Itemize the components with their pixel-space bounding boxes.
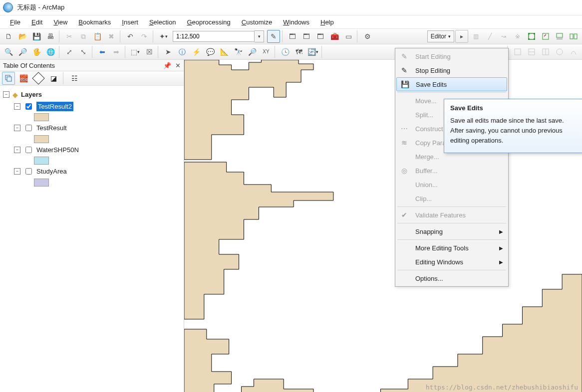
measure-button[interactable]: 📐 <box>218 45 231 58</box>
zoom-out-button[interactable]: 🔎 <box>16 45 29 58</box>
symbology-swatch[interactable] <box>34 179 49 187</box>
symbology-swatch[interactable] <box>34 135 49 143</box>
refresh-button[interactable]: 🔄▾ <box>306 45 319 58</box>
map-scale-input[interactable] <box>173 31 255 42</box>
html-popup-button[interactable]: 💬 <box>204 45 217 58</box>
menu-bookmarks[interactable]: Bookmarks <box>74 17 115 27</box>
copy-button[interactable]: ⧉ <box>77 30 90 43</box>
toc-layer-testresult[interactable]: − TestResult <box>3 122 181 134</box>
clear-selection-button[interactable]: ☒ <box>143 45 156 58</box>
point-tool[interactable]: ※ <box>511 30 524 43</box>
collapse-button[interactable]: − <box>3 91 9 98</box>
collapse-button[interactable]: − <box>14 147 20 153</box>
redo-button[interactable]: ↷ <box>138 30 151 43</box>
toolbar-window1[interactable]: 🗔 <box>286 30 299 43</box>
map-scale-combo[interactable]: ▾ <box>173 31 264 42</box>
editor-menu-save-edits[interactable]: 💾 Save Edits <box>396 77 507 91</box>
layer-visibility-checkbox[interactable] <box>25 103 32 110</box>
close-icon[interactable]: ✕ <box>175 62 181 69</box>
collapse-button[interactable]: − <box>14 125 20 131</box>
sketch2-button[interactable] <box>525 45 538 58</box>
split-tool[interactable] <box>567 30 580 43</box>
editor-menu-clip[interactable]: Clip... <box>396 192 507 205</box>
menu-windows[interactable]: Windows <box>279 17 313 27</box>
model-builder-button[interactable]: ⚙ <box>361 30 374 43</box>
menu-selection[interactable]: Selection <box>145 17 180 27</box>
editor-button[interactable]: Editor ▾ <box>427 30 454 42</box>
collapse-button[interactable]: − <box>14 103 20 110</box>
symbology-swatch-row[interactable] <box>3 178 181 188</box>
toc-layer-watershp50n[interactable]: − WaterSHP50N <box>3 144 181 156</box>
create-viewer-button[interactable]: 🗺 <box>292 45 305 58</box>
editor-toolbar-launch-button[interactable]: ✎ <box>267 30 280 43</box>
toolbar-window3[interactable]: 🗔 <box>314 30 327 43</box>
hyperlink-button[interactable]: ⚡ <box>190 45 203 58</box>
menu-help[interactable]: Help <box>316 17 338 27</box>
undo-button[interactable]: ↶ <box>124 30 137 43</box>
fixed-zoom-out-button[interactable]: ⤡ <box>77 45 90 58</box>
toc-layer-testresult2[interactable]: − TestResult2 <box>3 101 181 113</box>
select-features-button[interactable]: ⬚▾ <box>129 45 142 58</box>
layer-visibility-checkbox[interactable] <box>25 147 32 153</box>
list-by-source-button[interactable]: 🧱 <box>17 72 30 85</box>
go-to-xy-button[interactable]: XY <box>260 45 273 58</box>
menu-view[interactable]: View <box>49 17 71 27</box>
menu-edit[interactable]: Edit <box>27 17 46 27</box>
print-button[interactable]: 🖶 <box>44 30 57 43</box>
identify-button[interactable]: ⓘ <box>176 45 189 58</box>
reshape-tool[interactable] <box>539 30 552 43</box>
menu-file[interactable]: File <box>6 17 24 27</box>
sketch5-button[interactable] <box>567 45 580 58</box>
edit-vertices-tool[interactable] <box>525 30 538 43</box>
list-by-drawing-order-button[interactable] <box>2 72 15 85</box>
find-route-button[interactable]: 🔎 <box>246 45 259 58</box>
editor-menu-buffer[interactable]: ◎ Buffer... <box>396 164 507 178</box>
editor-menu-stop-editing[interactable]: ✎ Stop Editing <box>396 63 507 77</box>
sketch3-button[interactable] <box>539 45 552 58</box>
editor-menu-union[interactable]: Union... <box>396 178 507 192</box>
menu-customize[interactable]: Customize <box>238 17 276 27</box>
new-doc-button[interactable]: 🗋 <box>2 30 15 43</box>
find-button[interactable]: 🔭 <box>232 45 245 58</box>
editor-menu-more-editing-tools[interactable]: More Editing Tools ▶ <box>396 241 507 255</box>
edit-tool-arrow[interactable]: ▸ <box>455 30 468 43</box>
pin-icon[interactable]: 📌 <box>163 62 171 69</box>
symbology-swatch[interactable] <box>34 113 49 121</box>
collapse-button[interactable]: − <box>14 168 20 175</box>
select-elements-button[interactable]: ➤ <box>162 45 175 58</box>
open-button[interactable]: 📂 <box>16 30 29 43</box>
symbology-swatch-row[interactable] <box>3 156 181 166</box>
python-window-button[interactable]: ▭ <box>342 30 355 43</box>
save-button[interactable]: 💾 <box>30 30 43 43</box>
list-by-selection-button[interactable]: ◪ <box>47 72 60 85</box>
edit-mask-tool[interactable]: ▥ <box>469 30 482 43</box>
layer-visibility-checkbox[interactable] <box>25 125 32 131</box>
time-slider-button[interactable]: 🕓 <box>279 45 291 58</box>
fixed-zoom-in-button[interactable]: ⤢ <box>63 45 76 58</box>
layer-visibility-checkbox[interactable] <box>25 168 32 175</box>
editor-menu-snapping[interactable]: Snapping ▶ <box>396 224 507 238</box>
toolbar-window2[interactable]: 🗔 <box>300 30 313 43</box>
menu-geoprocessing[interactable]: Geoprocessing <box>183 17 234 27</box>
cut-polygon-tool[interactable] <box>553 30 566 43</box>
editor-menu-options[interactable]: Options... <box>396 271 507 285</box>
cut-button[interactable]: ✂ <box>63 30 76 43</box>
back-button[interactable]: ⬅ <box>96 45 109 58</box>
map-scale-dropdown-button[interactable]: ▾ <box>255 30 264 42</box>
symbology-swatch-row[interactable] <box>3 134 181 144</box>
pan-button[interactable]: 🖐 <box>30 45 43 58</box>
editor-menu-validate-features[interactable]: ✔ Validate Features <box>396 208 507 222</box>
symbology-swatch-row[interactable] <box>3 112 181 122</box>
toc-root[interactable]: − ◆ Layers <box>3 89 181 101</box>
symbology-swatch[interactable] <box>34 157 49 165</box>
line-tool[interactable]: ╱ <box>483 30 496 43</box>
zoom-in-button[interactable]: 🔍 <box>2 45 15 58</box>
editor-menu-editing-windows[interactable]: Editing Windows ▶ <box>396 255 507 269</box>
full-extent-button[interactable]: 🌐 <box>44 45 57 58</box>
editor-menu[interactable]: ✎ Start Editing ✎ Stop Editing 💾 Save Ed… <box>395 48 509 287</box>
forward-button[interactable]: ➡ <box>110 45 123 58</box>
add-data-button[interactable]: ✦▾ <box>157 30 170 43</box>
editor-menu-start-editing[interactable]: ✎ Start Editing <box>396 49 507 63</box>
paste-button[interactable]: 📋 <box>91 30 104 43</box>
list-by-visibility-button[interactable] <box>32 72 45 85</box>
